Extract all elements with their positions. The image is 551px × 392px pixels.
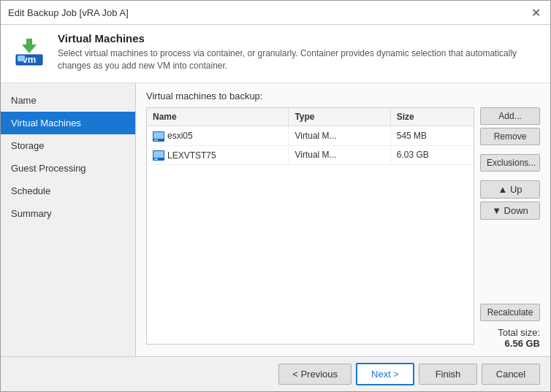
col-type: Type (289, 108, 390, 126)
vm-header-icon: vm (11, 32, 48, 69)
previous-button[interactable]: < Previous (278, 364, 352, 385)
down-arrow-icon: ▼ (492, 205, 503, 216)
vm-icon-svg: vm (12, 33, 47, 68)
cell-name: esxi05 (147, 126, 289, 146)
cell-size: 545 MB (390, 126, 474, 146)
sidebar-item-schedule[interactable]: Schedule (1, 180, 135, 202)
cell-type: Virtual M... (289, 145, 390, 165)
vm-row-icon (153, 130, 167, 141)
window: Edit Backup Job [vRA Job A] ✕ vm Virtual… (0, 0, 551, 392)
table-row[interactable]: LEXVTST75Virtual M...6.03 GB (147, 145, 474, 165)
btn-group-top: Add... Remove (480, 107, 540, 148)
sidebar-item-summary[interactable]: Summary (1, 202, 135, 225)
svg-rect-1 (26, 39, 32, 47)
svg-rect-4 (18, 55, 25, 61)
col-name: Name (147, 108, 289, 126)
content-area: NameVirtual MachinesStorageGuest Process… (1, 83, 550, 356)
svg-rect-9 (153, 151, 164, 158)
sidebar-item-guest-processing[interactable]: Guest Processing (1, 157, 135, 180)
cancel-button[interactable]: Cancel (482, 364, 540, 385)
finish-button[interactable]: Finish (419, 364, 477, 385)
exclusions-button[interactable]: Exclusions... (480, 154, 540, 172)
vm-table-container: Name Type Size esxi05Virtual M...545 MBL… (146, 107, 474, 345)
cell-type: Virtual M... (289, 126, 390, 146)
svg-rect-7 (154, 139, 158, 141)
cell-size: 6.03 GB (390, 145, 474, 165)
cell-name: LEXVTST75 (147, 145, 289, 165)
sidebar-item-name[interactable]: Name (1, 89, 135, 112)
remove-button[interactable]: Remove (480, 128, 540, 145)
header: vm Virtual Machines Select virtual machi… (1, 25, 550, 83)
next-button[interactable]: Next > (356, 363, 414, 385)
right-panel: Add... Remove Exclusions... ▲ Up ▼ Down … (474, 107, 540, 349)
section-label: Virtual machines to backup: (146, 91, 540, 101)
header-text: Virtual Machines Select virtual machines… (58, 32, 540, 72)
svg-rect-10 (154, 158, 158, 160)
table-row[interactable]: esxi05Virtual M...545 MB (147, 126, 474, 146)
vm-row-icon (153, 150, 167, 161)
main-panel: Virtual machines to backup: Name Type Si… (136, 83, 550, 356)
down-button[interactable]: ▼ Down (480, 201, 540, 220)
header-title: Virtual Machines (58, 32, 540, 45)
footer: < Previous Next > Finish Cancel (1, 356, 550, 391)
title-bar: Edit Backup Job [vRA Job A] ✕ (1, 1, 550, 25)
up-button[interactable]: ▲ Up (480, 180, 540, 199)
total-size-value: 6.56 GB (480, 338, 540, 349)
header-description: Select virtual machines to process via c… (58, 47, 540, 72)
svg-rect-6 (153, 132, 164, 139)
close-button[interactable]: ✕ (528, 5, 543, 20)
add-button[interactable]: Add... (480, 107, 540, 125)
window-title: Edit Backup Job [vRA Job A] (8, 7, 129, 18)
sidebar: NameVirtual MachinesStorageGuest Process… (1, 83, 136, 356)
vm-table-body: esxi05Virtual M...545 MBLEXVTST75Virtual… (147, 126, 474, 165)
vm-table: Name Type Size esxi05Virtual M...545 MBL… (147, 108, 474, 165)
sidebar-item-virtual-machines[interactable]: Virtual Machines (1, 112, 135, 134)
up-arrow-icon: ▲ (498, 184, 509, 195)
sidebar-item-storage[interactable]: Storage (1, 134, 135, 157)
recalculate-button[interactable]: Recalculate (480, 304, 540, 321)
total-size-area: Total size: 6.56 GB (480, 327, 540, 349)
table-header-row: Name Type Size (147, 108, 474, 126)
col-size: Size (390, 108, 474, 126)
table-buttons-row: Name Type Size esxi05Virtual M...545 MBL… (146, 107, 540, 349)
total-size-label: Total size: (498, 327, 540, 338)
